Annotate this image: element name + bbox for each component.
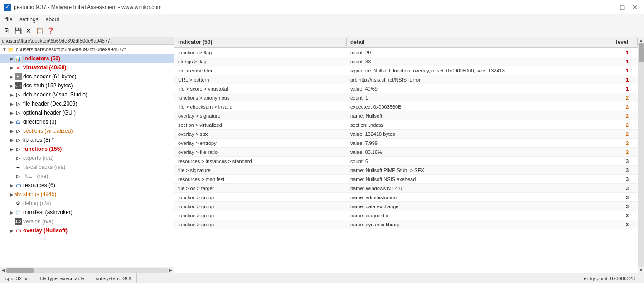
- exports-icon: ▷: [15, 154, 22, 162]
- table-row[interactable]: URL > patternurl: http://nsis.sf.net/NSI…: [174, 75, 638, 84]
- cell-detail: count: 1: [347, 95, 601, 101]
- expand-arrow-dos-header: ▶: [9, 74, 15, 79]
- table-row[interactable]: function > groupname: data-exchange3: [174, 202, 638, 211]
- toolbar-help[interactable]: ❓: [45, 26, 55, 36]
- toolbar-copy[interactable]: 📋: [34, 26, 44, 36]
- cell-level: 2: [601, 113, 638, 119]
- tree-item-directories[interactable]: ▶ 🗂 directories (3): [0, 117, 174, 126]
- tree-item-exports[interactable]: ▷ exports (n/a): [0, 153, 174, 163]
- table-row[interactable]: file > checksum > invalidexpected: 0x000…: [174, 102, 638, 111]
- indicators-icon: 📊: [15, 55, 22, 62]
- expand-arrow-directories: ▶: [9, 120, 15, 125]
- tree-item-dotnet[interactable]: ▷ .NET (n/a): [0, 172, 174, 181]
- tree-item-strings[interactable]: ▶ abc strings (4945): [0, 190, 174, 199]
- table-row[interactable]: overlay > file-ratiovalue: 80.16%2: [174, 148, 638, 157]
- tree-label-directories: directories (3): [23, 119, 56, 125]
- tree-item-functions[interactable]: ▶ ▷ functions (155): [0, 144, 174, 153]
- cell-level: 2: [601, 149, 638, 155]
- tree-root[interactable]: ▼ 📁 c:\users\flare\desktop\6b69de892df50…: [0, 45, 174, 54]
- tree-item-dos-stub[interactable]: ▶ cm dos-stub (152 bytes): [0, 81, 174, 90]
- hscroll-track[interactable]: [6, 268, 168, 273]
- table-row[interactable]: resources > manifestname: Nullsoft.NSIS.…: [174, 175, 638, 184]
- cell-indicator: functions > anonymous: [174, 95, 347, 101]
- expand-arrow-functions: ▶: [9, 147, 15, 152]
- cell-detail: name: data-exchange: [347, 203, 601, 210]
- scroll-down-arrow[interactable]: ▼: [638, 267, 644, 273]
- table-row[interactable]: overlay > signaturename: Nullsoft2: [174, 111, 638, 120]
- tree-item-rich-header[interactable]: ▶ ▷ rich-header (Visual Studio): [0, 90, 174, 99]
- cell-detail: signature: Nullsoft, location: overlay, …: [347, 67, 601, 74]
- hscroll-thumb[interactable]: [6, 268, 34, 273]
- tree-label-indicators: indicators (50): [23, 55, 60, 62]
- virustotal-icon: 🔺: [15, 64, 22, 71]
- maximize-button[interactable]: □: [617, 3, 628, 12]
- status-cpu: cpu: 32-bit: [4, 273, 34, 283]
- tree-panel[interactable]: ▼ 📁 c:\users\flare\desktop\6b69de892df50…: [0, 45, 174, 267]
- hscroll-right-arrow[interactable]: ▶: [168, 268, 173, 273]
- tree-item-libraries[interactable]: ▶ ▷ libraries (8) *: [0, 135, 174, 144]
- table-row[interactable]: overlay > sizevalue: 132418 bytes2: [174, 130, 638, 139]
- tree-label-tls: tls-callbacks (n/a): [23, 164, 65, 170]
- expand-arrow-overlay: ▶: [9, 228, 15, 233]
- file-header-icon: ▷: [15, 100, 22, 107]
- table-row[interactable]: section > virtualizedsection: .ndata2: [174, 120, 638, 130]
- tree-label-optional-header: optional-header (GUI): [23, 110, 76, 116]
- tree-item-virustotal[interactable]: ▶ 🔺 virustotal (40/69): [0, 63, 174, 72]
- tree-item-overlay[interactable]: ▶ 🗃 overlay (Nullsoft): [0, 226, 174, 235]
- tree-label-libraries: libraries (8) *: [23, 137, 54, 143]
- tree-item-file-header[interactable]: ▶ ▷ file-header (Dec.2009): [0, 99, 174, 108]
- tree-item-indicators[interactable]: ▶ 📊 indicators (50): [0, 54, 174, 63]
- scroll-track[interactable]: [638, 43, 644, 267]
- toolbar-new[interactable]: 🖹: [2, 26, 12, 36]
- right-vertical-scrollbar[interactable]: ▲ ▼: [638, 37, 644, 273]
- table-row[interactable]: overlay > entropyvalue: 7.9992: [174, 139, 638, 148]
- tree-item-sections[interactable]: ▶ ▷ sections (virtualized): [0, 126, 174, 135]
- directories-icon: 🗂: [15, 118, 22, 125]
- cell-indicator: file > signature: [174, 167, 347, 173]
- table-row[interactable]: functions > flagcount: 291: [174, 48, 638, 57]
- toolbar-delete[interactable]: ✕: [24, 26, 34, 36]
- minimize-button[interactable]: —: [604, 3, 615, 12]
- table-row[interactable]: file > score > virustotalvalue: 40/691: [174, 84, 638, 93]
- left-horizontal-scrollbar[interactable]: ◀ ▶: [0, 267, 174, 273]
- table-row[interactable]: resources > instances > standardcount: 6…: [174, 157, 638, 166]
- table-row[interactable]: file > signaturename: Nullsoft PiMP Stub…: [174, 166, 638, 175]
- manifest-icon: 📄: [15, 209, 22, 216]
- cell-detail: name: dynamic-library: [347, 221, 601, 228]
- tree-item-debug[interactable]: ⚙ debug (n/a): [0, 199, 174, 208]
- cell-level: 3: [601, 221, 638, 228]
- cell-detail: url: http://nsis.sf.net/NSIS_Error: [347, 77, 601, 83]
- cell-detail: name: Windows NT 4.0: [347, 185, 601, 192]
- status-subsystem: subsystem: GUI: [90, 273, 137, 283]
- menu-settings[interactable]: settings: [16, 15, 42, 24]
- menu-file[interactable]: file: [2, 15, 16, 24]
- scroll-thumb[interactable]: [639, 43, 644, 62]
- folder-icon: 📁: [7, 46, 15, 53]
- menu-about[interactable]: about: [42, 15, 63, 24]
- table-row[interactable]: functions > anonymouscount: 12: [174, 93, 638, 102]
- tree-item-manifest[interactable]: ▶ 📄 manifest (asInvoker): [0, 208, 174, 217]
- tree-item-resources[interactable]: ▶ 🗃 resources (6): [0, 181, 174, 190]
- table-row[interactable]: file > os > targetname: Windows NT 4.03: [174, 184, 638, 193]
- table-row[interactable]: function > groupname: dynamic-library3: [174, 220, 638, 229]
- tree-item-optional-header[interactable]: ▶ ▷ optional-header (GUI): [0, 108, 174, 117]
- cell-indicator: overlay > file-ratio: [174, 149, 347, 155]
- toolbar-save[interactable]: 💾: [13, 26, 23, 36]
- table-row[interactable]: strings > flagcount: 331: [174, 57, 638, 66]
- sections-icon: ▷: [15, 127, 22, 134]
- tree-item-version[interactable]: 1.0 version (n/a): [0, 217, 174, 226]
- hscroll-left-arrow[interactable]: ◀: [1, 268, 6, 273]
- tree-item-tls[interactable]: ⊸ tls-callbacks (n/a): [0, 163, 174, 172]
- expand-arrow-rich-header: ▶: [9, 92, 15, 97]
- tree-label-debug: debug (n/a): [23, 200, 51, 206]
- cell-indicator: function > group: [174, 212, 347, 219]
- table-row[interactable]: function > groupname: diagnostic3: [174, 211, 638, 220]
- table-body[interactable]: functions > flagcount: 291strings > flag…: [174, 48, 638, 273]
- close-button[interactable]: ✕: [629, 3, 640, 12]
- cell-level: 1: [601, 67, 638, 74]
- tree-item-dos-header[interactable]: ▶ H dos-header (64 bytes): [0, 72, 174, 81]
- scroll-up-arrow[interactable]: ▲: [638, 37, 644, 43]
- table-row[interactable]: function > groupname: administration3: [174, 193, 638, 202]
- expand-arrow-optional-header: ▶: [9, 110, 15, 115]
- table-row[interactable]: file > embeddedsignature: Nullsoft, loca…: [174, 66, 638, 75]
